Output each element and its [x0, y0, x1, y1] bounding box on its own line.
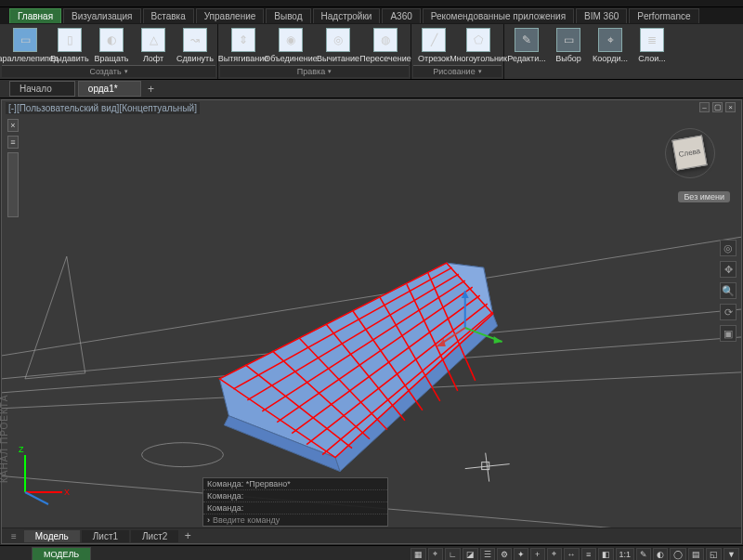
- sweep-label: Сдвинуть: [176, 54, 214, 63]
- intersect-label: Пересечение: [359, 54, 411, 63]
- polygon-icon: ⬠: [466, 28, 490, 52]
- svg-text:Z: Z: [19, 445, 24, 454]
- status-3dosnap-icon[interactable]: ✦: [514, 548, 528, 561]
- status-dyn-icon[interactable]: ⌖: [547, 548, 562, 561]
- visual-style-pill[interactable]: Без имени: [678, 191, 730, 202]
- tab-output[interactable]: Вывод: [266, 8, 310, 23]
- presspull-label: Вытягивание: [218, 54, 268, 63]
- viewcube[interactable]: Слева: [665, 128, 715, 178]
- nav-zoom-icon[interactable]: 🔍: [720, 282, 736, 299]
- status-iso2-icon[interactable]: ▤: [688, 548, 704, 561]
- ucs-icon[interactable]: Z X: [11, 441, 76, 506]
- status-iso-icon[interactable]: ☰: [480, 548, 495, 561]
- union-icon: ◉: [279, 28, 303, 52]
- panel-edit-title[interactable]: Правка: [220, 65, 409, 77]
- tab-a360[interactable]: A360: [382, 8, 420, 23]
- layout-sheet2[interactable]: Лист2: [131, 530, 178, 542]
- extrude-icon: ▯: [58, 28, 82, 52]
- select-button[interactable]: ▭Выбор: [548, 26, 589, 65]
- status-snap-icon[interactable]: ⌖: [428, 548, 443, 561]
- loft-button[interactable]: △Лофт: [133, 26, 174, 65]
- presspull-button[interactable]: ⇕Вытягивание: [220, 26, 267, 65]
- status-polar-icon[interactable]: ◪: [463, 548, 478, 561]
- presspull-icon: ⇕: [231, 28, 255, 52]
- layers-label: Слои...: [638, 54, 665, 63]
- svg-marker-33: [494, 336, 502, 344]
- panel-create-title[interactable]: Создать: [2, 65, 215, 77]
- status-lw-icon[interactable]: ↔: [564, 548, 580, 561]
- layout-menu-icon[interactable]: ≡: [6, 531, 22, 541]
- nav-show-icon[interactable]: ▣: [720, 325, 736, 342]
- tab-bim360[interactable]: BIM 360: [576, 8, 627, 23]
- tab-addins[interactable]: Надстройки: [313, 8, 381, 23]
- svg-point-8: [142, 443, 224, 467]
- svg-line-40: [25, 492, 48, 504]
- status-ws-icon[interactable]: ◐: [653, 548, 668, 561]
- line-label: Отрезок: [418, 54, 450, 63]
- status-osnap-icon[interactable]: ⚙: [497, 548, 512, 561]
- tab-visualize[interactable]: Визуализация: [63, 8, 140, 23]
- nav-wheel-icon[interactable]: ◎: [720, 240, 736, 256]
- extrude-button[interactable]: ▯Выдавить: [49, 26, 90, 65]
- svg-line-36: [486, 453, 489, 482]
- layout-add[interactable]: +: [180, 528, 195, 543]
- status-model-toggle[interactable]: МОДЕЛЬ: [32, 547, 91, 561]
- status-otrack-icon[interactable]: +: [530, 548, 545, 561]
- edit-label: Редакти...: [507, 54, 545, 63]
- filetab-add[interactable]: +: [144, 82, 159, 97]
- polygon-button[interactable]: ⬠Многоугольник: [455, 26, 502, 65]
- panel-draw-title[interactable]: Рисование: [413, 65, 502, 77]
- status-grid-icon[interactable]: ▦: [411, 548, 426, 561]
- svg-text:X: X: [64, 488, 70, 497]
- intersect-button[interactable]: ◍Пересечение: [362, 26, 409, 65]
- filetab-drawing[interactable]: орда1*: [78, 81, 141, 97]
- layout-model[interactable]: Модель: [24, 530, 80, 542]
- select-label: Выбор: [555, 54, 581, 63]
- revolve-label: Вращать: [94, 54, 128, 63]
- command-history-line: Команда: *Прервано*: [203, 478, 387, 490]
- layout-sheet1[interactable]: Лист1: [82, 530, 129, 542]
- filetab-start[interactable]: Начало: [9, 81, 75, 97]
- status-trans-icon[interactable]: ≡: [581, 548, 596, 561]
- revolve-button[interactable]: ◐Вращать: [91, 26, 132, 65]
- command-history-line: Команда:: [203, 490, 387, 502]
- viewcube-face[interactable]: Слева: [671, 135, 707, 170]
- layers-button[interactable]: ≣Слои...: [632, 26, 672, 65]
- cursor-crosshair: [465, 453, 510, 482]
- command-input[interactable]: Введите команду: [203, 514, 387, 526]
- union-button[interactable]: ◉Объединение: [267, 26, 314, 65]
- sweep-button[interactable]: ↝Сдвинуть: [175, 26, 215, 65]
- status-custom-icon[interactable]: ▼: [723, 548, 739, 561]
- loft-label: Лофт: [143, 54, 163, 63]
- sweep-icon: ↝: [183, 28, 207, 52]
- status-hw-icon[interactable]: ◯: [670, 548, 686, 561]
- coord-button[interactable]: ⌖Коорди...: [590, 26, 631, 65]
- loft-icon: △: [141, 28, 165, 52]
- status-anno-icon[interactable]: ✎: [636, 548, 651, 561]
- command-placeholder: Введите команду: [213, 515, 280, 525]
- tab-home[interactable]: Главная: [9, 8, 61, 23]
- tab-featured[interactable]: Рекомендованные приложения: [423, 8, 574, 23]
- select-icon: ▭: [556, 28, 580, 52]
- tab-performance[interactable]: Performance: [629, 8, 698, 23]
- statusbar: МОДЕЛЬ ▦ ⌖ ∟ ◪ ☰ ⚙ ✦ + ⌖ ↔ ≡ ◧ 1:1 ✎ ◐ ◯…: [0, 545, 743, 560]
- edit-button[interactable]: ✎Редакти...: [506, 26, 547, 65]
- nav-pan-icon[interactable]: ✥: [720, 261, 736, 278]
- command-window[interactable]: Команда: *Прервано* Команда: Команда: Вв…: [202, 477, 388, 527]
- line-button[interactable]: ╱Отрезок: [413, 26, 454, 65]
- layers-icon: ≣: [640, 28, 664, 52]
- status-ortho-icon[interactable]: ∟: [445, 548, 461, 561]
- box-button[interactable]: ▭Параллелепипед: [2, 26, 48, 65]
- status-cycle-icon[interactable]: ◧: [598, 548, 614, 561]
- nav-orbit-icon[interactable]: ⟳: [720, 304, 736, 320]
- union-label: Объединение: [264, 54, 318, 63]
- viewport[interactable]: [-][Пользовательский вид][Концептуальный…: [1, 99, 742, 544]
- subtract-button[interactable]: ◎Вычитание: [315, 26, 361, 65]
- solid-wedge: [219, 263, 497, 471]
- panel-misc: ✎Редакти... ▭Выбор ⌖Коорди... ≣Слои...: [504, 24, 674, 79]
- tab-manage[interactable]: Управление: [196, 8, 265, 23]
- tab-insert[interactable]: Вставка: [143, 8, 194, 23]
- status-clean-icon[interactable]: ◱: [706, 548, 722, 561]
- coord-icon: ⌖: [598, 28, 622, 52]
- status-scale-icon[interactable]: 1:1: [616, 548, 635, 561]
